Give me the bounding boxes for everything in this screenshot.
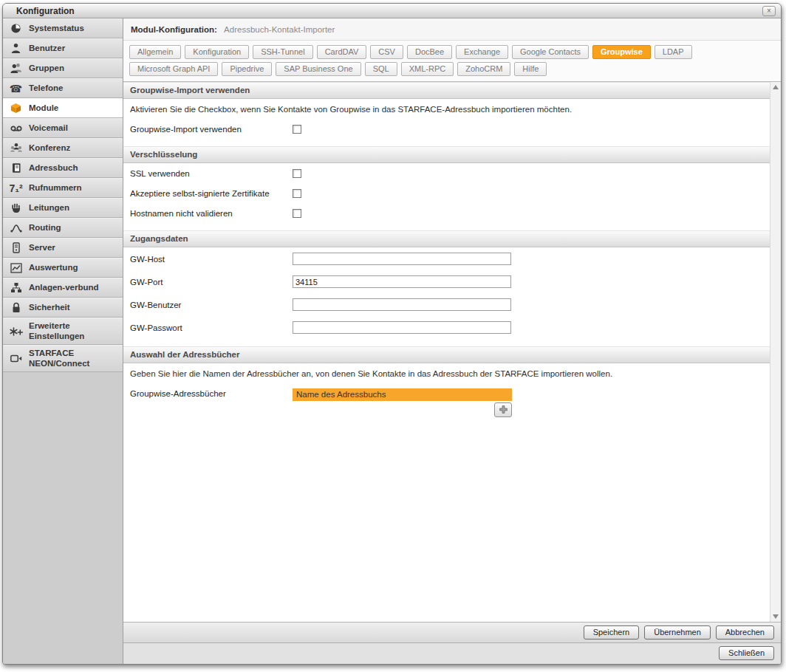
sidebar-item-benutzer[interactable]: Benutzer bbox=[3, 38, 123, 58]
systemstatus-icon bbox=[8, 22, 24, 35]
sidebar-item-label: Gruppen bbox=[29, 64, 64, 74]
action-bar: Speichern Übernehmen Abbrechen bbox=[123, 622, 781, 642]
tab-microsoft-graph-api[interactable]: Microsoft Graph API bbox=[129, 62, 218, 76]
tab-zohocrm[interactable]: ZohoCRM bbox=[457, 62, 510, 76]
tab-sap-business-one[interactable]: SAP Business One bbox=[276, 62, 360, 76]
field-label: GW-Port bbox=[130, 277, 293, 287]
sidebar-item-server[interactable]: Server bbox=[3, 238, 123, 258]
uebernehmen-button[interactable]: Übernehmen bbox=[644, 625, 711, 640]
list-actions bbox=[293, 402, 512, 417]
tab-ssh-tunnel[interactable]: SSH-Tunnel bbox=[253, 45, 313, 59]
add-adressbuch-button[interactable] bbox=[494, 402, 512, 417]
sidebar-item-konferenz[interactable]: Konferenz bbox=[3, 138, 123, 158]
tab-csv[interactable]: CSV bbox=[370, 45, 403, 59]
sidebar-item-routing[interactable]: Routing bbox=[3, 218, 123, 238]
field-label: GW-Benutzer bbox=[130, 300, 293, 309]
module-config-header: Modul-Konfiguration: Adressbuch-Kontakt-… bbox=[123, 18, 781, 41]
field-label: Groupwise-Adressbücher bbox=[130, 388, 293, 398]
sidebar-item-rufnummern[interactable]: 7₁² Rufnummern bbox=[3, 178, 123, 198]
sidebar-item-module[interactable]: Module bbox=[3, 98, 123, 118]
sidebar-item-label: Systemstatus bbox=[29, 24, 84, 34]
speichern-button[interactable]: Speichern bbox=[584, 625, 640, 640]
field-label: Groupwise-Import verwenden bbox=[130, 124, 293, 134]
gw-port-input[interactable] bbox=[293, 275, 511, 288]
sidebar-item-label: Anlagen-verbund bbox=[29, 283, 99, 293]
lines-hand-icon bbox=[8, 202, 24, 214]
adressbuecher-description: Geben Sie hier die Namen der Adressbüche… bbox=[123, 363, 770, 383]
sidebar-item-systemstatus[interactable]: Systemstatus bbox=[3, 18, 123, 38]
tab-allgemein[interactable]: Allgemein bbox=[129, 45, 181, 59]
tab-hilfe[interactable]: Hilfe bbox=[514, 62, 547, 76]
scroll-up-icon[interactable] bbox=[773, 85, 779, 89]
sidebar-item-telefone[interactable]: ☎ Telefone bbox=[3, 78, 123, 98]
sidebar-item-leitungen[interactable]: Leitungen bbox=[3, 198, 123, 218]
title-bar[interactable]: Konfiguration × bbox=[3, 4, 781, 18]
sidebar-item-label: Server bbox=[29, 243, 55, 253]
gw-benutzer-input[interactable] bbox=[293, 298, 511, 311]
sidebar-item-anlagenverbund[interactable]: Anlagen-verbund bbox=[3, 278, 123, 298]
module-box-icon bbox=[8, 102, 24, 114]
tab-xml-rpc[interactable]: XML-RPC bbox=[401, 62, 454, 76]
groupwise-import-checkbox[interactable] bbox=[293, 125, 301, 134]
tab-row-1: Allgemein Konfiguration SSH-Tunnel CardD… bbox=[129, 45, 775, 59]
section-title-adressbuecher: Auswahl der Adressbücher bbox=[123, 346, 770, 363]
adressbuch-list-item[interactable]: Name des Adressbuchs bbox=[293, 388, 512, 401]
page-title: Modul-Konfiguration: bbox=[131, 25, 217, 34]
field-row-gw-benutzer: GW-Benutzer bbox=[123, 293, 770, 316]
adressbuecher-listbox: Name des Adressbuchs bbox=[293, 388, 512, 417]
field-row-ssl: SSL verwenden bbox=[123, 163, 770, 183]
phone-icon: ☎ bbox=[8, 82, 24, 95]
sidebar-filler bbox=[3, 372, 123, 664]
sidebar-item-gruppen[interactable]: Gruppen bbox=[3, 58, 123, 78]
hostname-validation-checkbox[interactable] bbox=[293, 209, 301, 218]
field-row-gw-host: GW-Host bbox=[123, 247, 770, 270]
field-row-adressbuecher: Groupwise-Adressbücher Name des Adressbu… bbox=[123, 383, 770, 422]
close-bar: Schließen bbox=[123, 642, 781, 664]
gw-host-input[interactable] bbox=[293, 253, 511, 265]
sidebar-item-voicemail[interactable]: Voicemail bbox=[3, 118, 123, 138]
tab-google-contacts[interactable]: Google Contacts bbox=[512, 45, 589, 59]
tab-ldap[interactable]: LDAP bbox=[655, 45, 692, 59]
page-subtitle: Adressbuch-Kontakt-Importer bbox=[224, 25, 335, 34]
field-label: GW-Passwort bbox=[130, 323, 293, 332]
self-signed-cert-checkbox[interactable] bbox=[293, 189, 301, 198]
sidebar-item-auswertung[interactable]: Auswertung bbox=[3, 258, 123, 278]
field-row-hostname-validation: Hostnamen nicht validieren bbox=[123, 203, 770, 223]
section-title-groupwise-import: Groupwise-Import verwenden bbox=[123, 82, 770, 99]
video-camera-icon bbox=[8, 352, 24, 365]
sidebar-item-label: Adressbuch bbox=[29, 163, 78, 174]
network-icon bbox=[8, 281, 24, 294]
users-group-icon bbox=[8, 62, 24, 75]
tab-exchange[interactable]: Exchange bbox=[456, 45, 508, 59]
sidebar-item-label: Voicemail bbox=[29, 123, 68, 134]
sidebar-item-sicherheit[interactable]: Sicherheit bbox=[3, 298, 123, 318]
tab-konfiguration[interactable]: Konfiguration bbox=[185, 45, 249, 59]
section-title-verschluesselung: Verschlüsselung bbox=[123, 146, 770, 163]
scroll-down-icon[interactable] bbox=[773, 614, 779, 619]
sidebar-item-label: Routing bbox=[29, 223, 61, 233]
field-row-self-signed: Akzeptiere selbst-signierte Zertifikate bbox=[123, 183, 770, 203]
tab-pipedrive[interactable]: Pipedrive bbox=[222, 62, 272, 76]
window-close-button[interactable]: × bbox=[762, 6, 776, 16]
ssl-checkbox[interactable] bbox=[293, 169, 301, 178]
sidebar-item-label: Module bbox=[29, 103, 58, 114]
sidebar-item-starface-neon[interactable]: STARFACE NEON/Connect bbox=[3, 345, 123, 372]
abbrechen-button[interactable]: Abbrechen bbox=[716, 625, 774, 640]
vertical-scrollbar[interactable] bbox=[770, 82, 781, 622]
tab-docbee[interactable]: DocBee bbox=[407, 45, 452, 59]
tab-sql[interactable]: SQL bbox=[365, 62, 397, 76]
sidebar: Systemstatus Benutzer Gruppen ☎ Telefone bbox=[3, 18, 123, 664]
schliessen-button[interactable]: Schließen bbox=[719, 646, 774, 660]
tab-bar: Allgemein Konfiguration SSH-Tunnel CardD… bbox=[123, 41, 781, 82]
tab-groupwise[interactable]: Groupwise bbox=[592, 45, 651, 59]
sidebar-item-adressbuch[interactable]: Adressbuch bbox=[3, 158, 123, 178]
sidebar-item-label: Sicherheit bbox=[29, 303, 70, 313]
gw-passwort-input[interactable] bbox=[293, 321, 511, 334]
sidebar-item-erweiterte-einstellungen[interactable]: Erweiterte Einstellungen bbox=[3, 318, 123, 345]
tab-carddav[interactable]: CardDAV bbox=[317, 45, 367, 59]
user-icon bbox=[8, 42, 24, 55]
voicemail-icon bbox=[8, 122, 24, 134]
sidebar-item-label: Auswertung bbox=[29, 263, 78, 273]
sidebar-item-label: Konferenz bbox=[29, 143, 70, 154]
field-row-gw-port: GW-Port bbox=[123, 270, 770, 293]
